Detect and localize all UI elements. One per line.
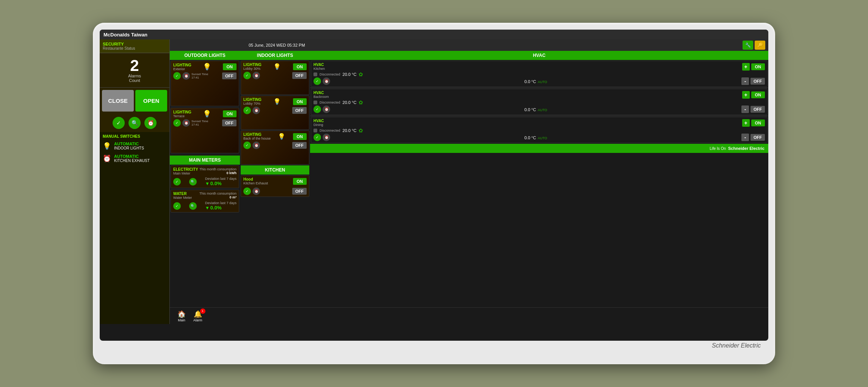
indoor-2-icon-a[interactable]: ✓ xyxy=(243,107,251,114)
security-icons: ✓ 🔍 ⏰ xyxy=(100,114,169,132)
hvac-2-on[interactable]: ON xyxy=(751,91,765,98)
water-icon-b[interactable]: 🔍 xyxy=(189,202,197,210)
hvac-2-title: HVAC xyxy=(313,91,329,95)
indoor-light-1-sub: Lobby 30% xyxy=(243,67,262,71)
hvac-1-fan-icon: ✿ xyxy=(359,71,363,77)
bulb-icon-1: 💡 xyxy=(103,142,111,150)
nav-icon-btn-2[interactable]: 🔑 xyxy=(755,41,765,50)
hood-off-button[interactable]: OFF xyxy=(292,188,307,195)
security-icon-1[interactable]: ✓ xyxy=(113,117,125,129)
hvac-1-on[interactable]: ON xyxy=(751,63,765,70)
hvac-2-temp2: 0.0 °C xyxy=(525,107,536,112)
hvac-3-minus[interactable]: - xyxy=(741,134,749,141)
indoor-light-3-on[interactable]: ON xyxy=(293,133,307,140)
schneider-logo: Schneider Electric xyxy=(728,146,765,151)
outdoor-1-time: Sunset Time17:41 xyxy=(191,72,208,79)
hvac-3-plus[interactable]: + xyxy=(742,119,750,127)
elec-icon-a[interactable]: ✓ xyxy=(173,178,181,186)
nav-alarm[interactable]: 🔔 Alarm 1 xyxy=(193,310,202,322)
hvac-divider-1 xyxy=(310,88,768,88)
security-icon-2[interactable]: 🔍 xyxy=(128,117,141,129)
hvac-1-plus[interactable]: + xyxy=(742,63,750,71)
hvac-3-disconnected-icon xyxy=(313,129,317,132)
outdoor-2-icon-a[interactable]: ✓ xyxy=(173,119,181,127)
datetime: 05 June, 2024 WED 05:32 PM xyxy=(249,43,305,47)
tablet-bottom: Schneider Electric xyxy=(100,341,768,349)
hvac-1-off[interactable]: OFF xyxy=(750,78,765,85)
hvac-2-temp1: 20.0 °C xyxy=(343,100,357,105)
hood-card: Hood Kitchen Exhaust ON ✓ ⏰ OFF xyxy=(241,175,309,197)
outdoor-light-1-off[interactable]: OFF xyxy=(222,72,237,79)
indoor-light-1-off[interactable]: OFF xyxy=(292,72,307,79)
hvac-2-sub: Backroom xyxy=(313,95,329,99)
indoor-2-icon-b[interactable]: ⏰ xyxy=(252,107,260,114)
hvac-3-fan-icon: ✿ xyxy=(359,127,363,134)
hvac-3-icon-a[interactable]: ✓ xyxy=(313,134,321,141)
outdoor-1-icon-b[interactable]: ⏰ xyxy=(182,72,190,80)
close-button[interactable]: CLOSE xyxy=(102,90,134,112)
electricity-sub: Main Meter xyxy=(173,171,198,175)
title-bar: McDonalds Taiwan xyxy=(100,30,768,39)
outdoor-2-icon-b[interactable]: ⏰ xyxy=(182,119,190,127)
hvac-1-temp1: 20.0 °C xyxy=(343,72,357,77)
electricity-title: ELECTRICITY xyxy=(173,167,198,171)
manual-switches-title: MANUAL SWITCHES xyxy=(103,134,166,138)
hvac-2-disconnected-icon xyxy=(313,101,317,104)
electricity-meter-card: ELECTRICITY Main Meter This month consum… xyxy=(171,165,239,188)
top-header: 05 June, 2024 WED 05:32 PM 🔧 🔑 xyxy=(170,39,768,51)
nav-main[interactable]: 🏠 Main xyxy=(177,310,186,322)
close-open-buttons: CLOSE OPEN xyxy=(102,90,167,112)
water-value: 0 m³ xyxy=(229,195,237,199)
hvac-3-on[interactable]: ON xyxy=(751,120,765,126)
outdoor-1-icon-a[interactable]: ✓ xyxy=(173,72,181,80)
hvac-2-icon-b[interactable]: ⏰ xyxy=(323,105,330,113)
indoor-light-2-on[interactable]: ON xyxy=(293,98,307,105)
indoor-light-card-2: LIGHTING Lobby 70% 💡 ON ✓ ⏰ OFF xyxy=(241,96,309,130)
outdoor-light-card-2: LIGHTING Terrace 💡 ON ✓ ⏰ Sunset Tim xyxy=(171,108,239,153)
hood-sub: Kitchen Exhaust xyxy=(243,181,268,185)
indoor-3-icon-b[interactable]: ⏰ xyxy=(252,142,260,149)
nav-icon-btn-1[interactable]: 🔧 xyxy=(743,41,753,50)
electricity-value: 0 kWh xyxy=(226,171,237,175)
hvac-2-off[interactable]: OFF xyxy=(750,106,765,113)
hood-on-button[interactable]: ON xyxy=(293,178,307,185)
hvac-2-plus[interactable]: + xyxy=(742,91,750,99)
hvac-card-backroom: HVAC Backroom + ON Disconnected xyxy=(311,89,768,115)
hvac-1-minus[interactable]: - xyxy=(741,77,749,85)
hvac-1-icon-b[interactable]: ⏰ xyxy=(323,77,330,85)
indoor-light-2-off[interactable]: OFF xyxy=(292,107,307,114)
indoor-light-3-off[interactable]: OFF xyxy=(292,142,307,149)
water-icon-a[interactable]: ✓ xyxy=(173,202,181,210)
nav-alarm-label: Alarm xyxy=(193,318,202,322)
indoor-1-icon-a[interactable]: ✓ xyxy=(243,72,251,79)
indoor-3-icon-a[interactable]: ✓ xyxy=(243,142,251,149)
main-meters-header: MAIN METERS xyxy=(170,156,240,165)
hvac-1-icon-a[interactable]: ✓ xyxy=(313,77,321,85)
hvac-2-minus[interactable]: - xyxy=(741,105,749,113)
open-button[interactable]: OPEN xyxy=(135,90,167,112)
hood-icon-a[interactable]: ✓ xyxy=(243,187,251,195)
indoor-1-icon-b[interactable]: ⏰ xyxy=(252,72,260,79)
elec-percent: 0.0% xyxy=(210,181,222,186)
home-icon: 🏠 xyxy=(177,310,186,318)
outdoor-lights-header: OUTDOOR LIGHTS xyxy=(170,51,240,60)
water-percent: 0.0% xyxy=(210,205,222,211)
hvac-1-mode: AUTO xyxy=(538,80,547,84)
elec-icon-b[interactable]: 🔍 xyxy=(189,178,197,186)
electricity-month-label: This month consumption 0 kWh xyxy=(199,167,237,175)
outdoor-light-1-on[interactable]: ON xyxy=(223,63,237,70)
alarm-badge: 1 xyxy=(200,308,205,314)
outdoor-light-2-on[interactable]: ON xyxy=(223,110,237,117)
indoor-lights-column: INDOOR LIGHTS LIGHTING Lobby 30% xyxy=(240,51,310,307)
hood-icon-b[interactable]: ⏰ xyxy=(252,187,260,195)
hvac-2-icon-a[interactable]: ✓ xyxy=(313,105,321,113)
hvac-3-icon-b[interactable]: ⏰ xyxy=(323,134,330,141)
hvac-3-off[interactable]: OFF xyxy=(750,134,765,141)
indoor-light-card-1: LIGHTING Lobby 30% 💡 ON ✓ ⏰ OFF xyxy=(241,61,309,95)
outdoor-light-2-off[interactable]: OFF xyxy=(222,120,237,126)
indoor-light-1-on[interactable]: ON xyxy=(293,63,307,70)
water-month-label: This month consumption 0 m³ xyxy=(199,192,237,199)
security-icon-3[interactable]: ⏰ xyxy=(144,117,157,129)
outdoor-light-1-title: LIGHTING xyxy=(173,63,191,67)
manual-switches-panel: MANUAL SWITCHES 💡 AUTOMATIC INDOOR LIGHT… xyxy=(100,132,169,324)
